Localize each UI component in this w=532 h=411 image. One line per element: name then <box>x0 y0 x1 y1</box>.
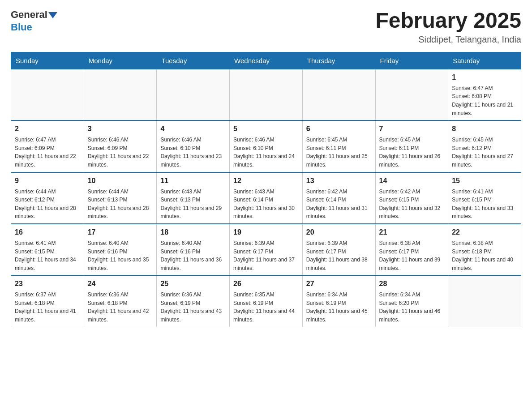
table-row: 7Sunrise: 6:45 AM Sunset: 6:11 PM Daylig… <box>375 120 448 172</box>
logo-general-text: General <box>11 9 47 21</box>
table-row: 3Sunrise: 6:46 AM Sunset: 6:09 PM Daylig… <box>84 120 157 172</box>
table-row <box>302 69 375 120</box>
day-info: Sunrise: 6:42 AM Sunset: 6:15 PM Dayligh… <box>379 188 445 221</box>
calendar-week-row: 16Sunrise: 6:41 AM Sunset: 6:15 PM Dayli… <box>11 224 521 275</box>
table-row: 11Sunrise: 6:43 AM Sunset: 6:13 PM Dayli… <box>157 172 230 224</box>
day-info: Sunrise: 6:35 AM Sunset: 6:19 PM Dayligh… <box>233 291 299 324</box>
day-number: 9 <box>15 176 80 186</box>
table-row <box>84 69 157 120</box>
day-number: 1 <box>452 72 517 83</box>
day-number: 19 <box>233 227 299 238</box>
day-info: Sunrise: 6:34 AM Sunset: 6:20 PM Dayligh… <box>379 291 445 324</box>
day-number: 16 <box>15 227 80 238</box>
col-friday: Friday <box>375 52 448 69</box>
table-row: 15Sunrise: 6:41 AM Sunset: 6:15 PM Dayli… <box>448 172 521 224</box>
table-row: 12Sunrise: 6:43 AM Sunset: 6:14 PM Dayli… <box>230 172 303 224</box>
day-number: 7 <box>379 124 445 134</box>
day-number: 5 <box>233 124 299 134</box>
day-number: 3 <box>88 124 153 134</box>
calendar-week-row: 23Sunrise: 6:37 AM Sunset: 6:18 PM Dayli… <box>11 275 521 327</box>
col-thursday: Thursday <box>302 52 375 69</box>
table-row: 25Sunrise: 6:36 AM Sunset: 6:19 PM Dayli… <box>157 275 230 327</box>
calendar-header-row: Sunday Monday Tuesday Wednesday Thursday… <box>11 52 521 69</box>
day-info: Sunrise: 6:38 AM Sunset: 6:17 PM Dayligh… <box>379 239 445 272</box>
day-info: Sunrise: 6:39 AM Sunset: 6:17 PM Dayligh… <box>306 239 372 272</box>
day-info: Sunrise: 6:34 AM Sunset: 6:19 PM Dayligh… <box>306 291 372 324</box>
day-info: Sunrise: 6:37 AM Sunset: 6:18 PM Dayligh… <box>15 291 80 324</box>
day-number: 20 <box>306 227 372 238</box>
table-row: 22Sunrise: 6:38 AM Sunset: 6:18 PM Dayli… <box>448 224 521 275</box>
table-row: 13Sunrise: 6:42 AM Sunset: 6:14 PM Dayli… <box>302 172 375 224</box>
day-info: Sunrise: 6:45 AM Sunset: 6:12 PM Dayligh… <box>452 136 517 169</box>
table-row: 21Sunrise: 6:38 AM Sunset: 6:17 PM Dayli… <box>375 224 448 275</box>
day-number: 28 <box>379 278 445 289</box>
table-row <box>375 69 448 120</box>
col-tuesday: Tuesday <box>157 52 230 69</box>
table-row: 16Sunrise: 6:41 AM Sunset: 6:15 PM Dayli… <box>11 224 84 275</box>
day-number: 27 <box>306 278 372 289</box>
day-info: Sunrise: 6:47 AM Sunset: 6:09 PM Dayligh… <box>15 136 80 169</box>
table-row: 5Sunrise: 6:46 AM Sunset: 6:10 PM Daylig… <box>230 120 303 172</box>
page-title: February 2025 <box>375 9 521 33</box>
day-number: 2 <box>15 124 80 134</box>
day-number: 23 <box>15 278 80 289</box>
col-sunday: Sunday <box>11 52 84 69</box>
table-row: 27Sunrise: 6:34 AM Sunset: 6:19 PM Dayli… <box>302 275 375 327</box>
table-row: 20Sunrise: 6:39 AM Sunset: 6:17 PM Dayli… <box>302 224 375 275</box>
logo-blue-text: Blue <box>11 21 32 33</box>
day-info: Sunrise: 6:45 AM Sunset: 6:11 PM Dayligh… <box>306 136 372 169</box>
table-row: 6Sunrise: 6:45 AM Sunset: 6:11 PM Daylig… <box>302 120 375 172</box>
logo: General Blue <box>11 9 57 33</box>
day-number: 26 <box>233 278 299 289</box>
calendar-week-row: 2Sunrise: 6:47 AM Sunset: 6:09 PM Daylig… <box>11 120 521 172</box>
day-number: 10 <box>88 176 153 186</box>
table-row: 17Sunrise: 6:40 AM Sunset: 6:16 PM Dayli… <box>84 224 157 275</box>
day-number: 17 <box>88 227 153 238</box>
table-row <box>230 69 303 120</box>
day-info: Sunrise: 6:44 AM Sunset: 6:12 PM Dayligh… <box>15 188 80 221</box>
day-number: 21 <box>379 227 445 238</box>
page-subtitle: Siddipet, Telangana, India <box>375 34 521 45</box>
table-row: 14Sunrise: 6:42 AM Sunset: 6:15 PM Dayli… <box>375 172 448 224</box>
calendar-week-row: 9Sunrise: 6:44 AM Sunset: 6:12 PM Daylig… <box>11 172 521 224</box>
day-number: 18 <box>160 227 226 238</box>
table-row: 23Sunrise: 6:37 AM Sunset: 6:18 PM Dayli… <box>11 275 84 327</box>
table-row: 26Sunrise: 6:35 AM Sunset: 6:19 PM Dayli… <box>230 275 303 327</box>
col-wednesday: Wednesday <box>230 52 303 69</box>
day-number: 24 <box>88 278 153 289</box>
day-info: Sunrise: 6:45 AM Sunset: 6:11 PM Dayligh… <box>379 136 445 169</box>
day-info: Sunrise: 6:41 AM Sunset: 6:15 PM Dayligh… <box>15 239 80 272</box>
title-block: February 2025 Siddipet, Telangana, India <box>375 9 521 45</box>
table-row: 10Sunrise: 6:44 AM Sunset: 6:13 PM Dayli… <box>84 172 157 224</box>
day-info: Sunrise: 6:36 AM Sunset: 6:19 PM Dayligh… <box>160 291 226 324</box>
day-info: Sunrise: 6:46 AM Sunset: 6:10 PM Dayligh… <box>233 136 299 169</box>
day-info: Sunrise: 6:41 AM Sunset: 6:15 PM Dayligh… <box>452 188 517 221</box>
col-saturday: Saturday <box>448 52 521 69</box>
table-row <box>11 69 84 120</box>
table-row: 4Sunrise: 6:46 AM Sunset: 6:10 PM Daylig… <box>157 120 230 172</box>
day-info: Sunrise: 6:36 AM Sunset: 6:18 PM Dayligh… <box>88 291 153 324</box>
table-row: 28Sunrise: 6:34 AM Sunset: 6:20 PM Dayli… <box>375 275 448 327</box>
day-info: Sunrise: 6:42 AM Sunset: 6:14 PM Dayligh… <box>306 188 372 221</box>
day-info: Sunrise: 6:43 AM Sunset: 6:13 PM Dayligh… <box>160 188 226 221</box>
day-info: Sunrise: 6:40 AM Sunset: 6:16 PM Dayligh… <box>160 239 226 272</box>
calendar-week-row: 1Sunrise: 6:47 AM Sunset: 6:08 PM Daylig… <box>11 69 521 120</box>
day-info: Sunrise: 6:44 AM Sunset: 6:13 PM Dayligh… <box>88 188 153 221</box>
day-number: 15 <box>452 176 517 186</box>
calendar-table: Sunday Monday Tuesday Wednesday Thursday… <box>11 52 521 327</box>
logo-triangle-icon <box>48 12 57 18</box>
day-number: 14 <box>379 176 445 186</box>
day-number: 13 <box>306 176 372 186</box>
day-info: Sunrise: 6:38 AM Sunset: 6:18 PM Dayligh… <box>452 239 517 272</box>
table-row <box>157 69 230 120</box>
table-row: 1Sunrise: 6:47 AM Sunset: 6:08 PM Daylig… <box>448 69 521 120</box>
day-info: Sunrise: 6:47 AM Sunset: 6:08 PM Dayligh… <box>452 84 517 117</box>
day-number: 12 <box>233 176 299 186</box>
day-number: 22 <box>452 227 517 238</box>
table-row: 2Sunrise: 6:47 AM Sunset: 6:09 PM Daylig… <box>11 120 84 172</box>
page-header: General Blue February 2025 Siddipet, Tel… <box>11 9 521 45</box>
day-info: Sunrise: 6:46 AM Sunset: 6:10 PM Dayligh… <box>160 136 226 169</box>
table-row: 24Sunrise: 6:36 AM Sunset: 6:18 PM Dayli… <box>84 275 157 327</box>
day-info: Sunrise: 6:39 AM Sunset: 6:17 PM Dayligh… <box>233 239 299 272</box>
day-info: Sunrise: 6:40 AM Sunset: 6:16 PM Dayligh… <box>88 239 153 272</box>
